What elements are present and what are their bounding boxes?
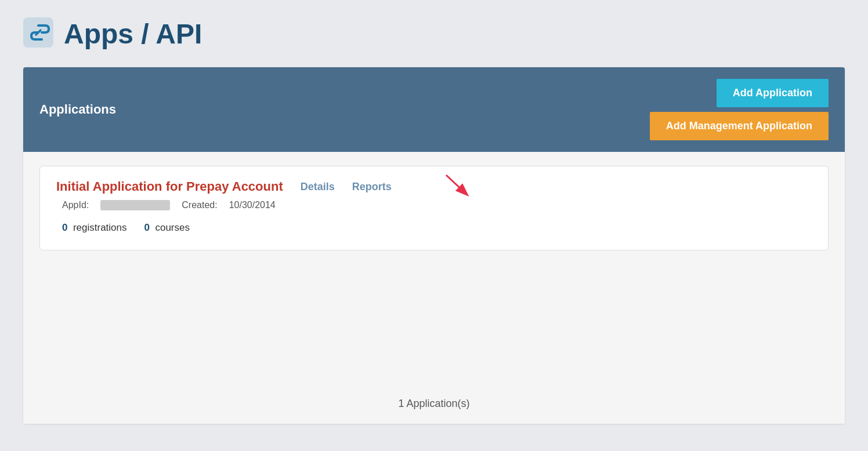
application-count: 1 Application(s): [398, 398, 469, 409]
app-stats: 0 registrations 0 courses: [56, 222, 812, 234]
header-buttons: Add Application Add Management Applicati…: [650, 79, 829, 140]
main-card: Applications Add Application Add Managem…: [23, 67, 845, 424]
courses-count: 0: [144, 222, 150, 233]
application-name: Initial Application for Prepay Account: [56, 179, 283, 194]
app-title-row: Initial Application for Prepay Account D…: [56, 179, 812, 194]
app-id-value: [100, 200, 170, 210]
card-header: Applications Add Application Add Managem…: [23, 67, 845, 152]
created-label: Created:: [182, 200, 217, 210]
application-card: Initial Application for Prepay Account D…: [39, 166, 829, 250]
appid-label: AppId:: [62, 200, 89, 210]
reports-link[interactable]: Reports: [352, 181, 392, 193]
created-date: 10/30/2014: [229, 200, 276, 210]
logo-icon: [23, 17, 53, 50]
details-link[interactable]: Details: [301, 181, 335, 193]
courses-stat: 0 courses: [144, 222, 190, 234]
card-header-title: Applications: [39, 102, 116, 117]
registrations-count: 0: [62, 222, 67, 233]
app-meta: AppId: Created: 10/30/2014: [56, 200, 812, 210]
add-management-application-button[interactable]: Add Management Application: [650, 112, 829, 140]
add-application-button[interactable]: Add Application: [717, 79, 829, 107]
page-header: Apps / API: [23, 17, 845, 50]
registrations-label: registrations: [73, 222, 127, 233]
page-title: Apps / API: [64, 18, 202, 50]
card-footer: 1 Application(s): [23, 384, 845, 424]
card-body: Initial Application for Prepay Account D…: [23, 152, 845, 384]
registrations-stat: 0 registrations: [62, 222, 127, 234]
courses-label: courses: [155, 222, 190, 233]
